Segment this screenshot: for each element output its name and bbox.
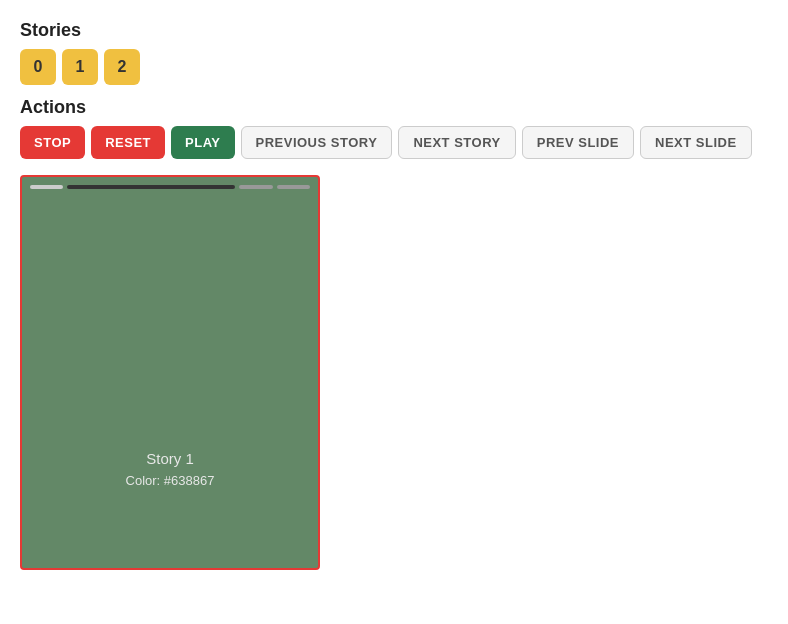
story-content: Story 1 Color: #638867 (22, 450, 318, 488)
stop-button[interactable]: STOP (20, 126, 85, 159)
actions-bar: STOP RESET PLAY PREVIOUS STORY NEXT STOR… (20, 126, 768, 159)
actions-section: Actions STOP RESET PLAY PREVIOUS STORY N… (20, 97, 768, 159)
story-title: Story 1 (22, 450, 318, 467)
story-color: Color: #638867 (22, 473, 318, 488)
actions-label: Actions (20, 97, 768, 118)
previous-story-button[interactable]: PREVIOUS STORY (241, 126, 393, 159)
stories-label: Stories (20, 20, 768, 41)
next-story-button[interactable]: NEXT STORY (398, 126, 515, 159)
next-slide-button[interactable]: NEXT SLIDE (640, 126, 752, 159)
progress-segment-2 (239, 185, 272, 189)
story-badge-1[interactable]: 1 (62, 49, 98, 85)
story-badge-2[interactable]: 2 (104, 49, 140, 85)
progress-segment-1 (67, 185, 235, 189)
reset-button[interactable]: RESET (91, 126, 165, 159)
stories-section: Stories 0 1 2 (20, 20, 768, 85)
play-button[interactable]: PLAY (171, 126, 234, 159)
story-badge-0[interactable]: 0 (20, 49, 56, 85)
progress-segment-3 (277, 185, 310, 189)
prev-slide-button[interactable]: PREV SLIDE (522, 126, 634, 159)
progress-segment-0 (30, 185, 63, 189)
progress-bars (22, 177, 318, 189)
story-badges: 0 1 2 (20, 49, 768, 85)
story-preview: Story 1 Color: #638867 (20, 175, 320, 570)
